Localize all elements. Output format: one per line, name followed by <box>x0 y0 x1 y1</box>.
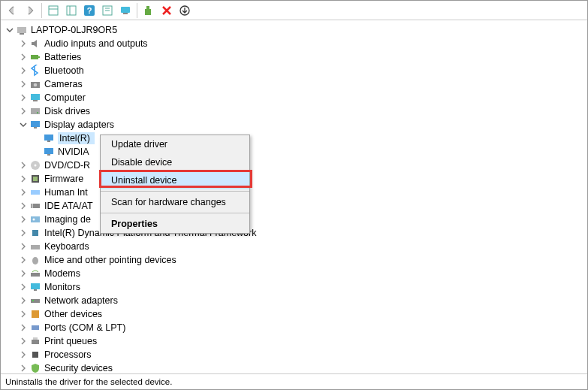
tree-category[interactable]: Monitors <box>1 280 587 294</box>
tree-category[interactable]: Other devices <box>1 307 587 321</box>
chevron-right-icon[interactable] <box>19 310 28 319</box>
svg-rect-29 <box>47 154 50 156</box>
view-button-1[interactable] <box>45 2 62 19</box>
chevron-right-icon[interactable] <box>19 228 28 237</box>
chevron-right-icon[interactable] <box>19 296 28 305</box>
chevron-right-icon[interactable] <box>19 66 28 75</box>
svg-rect-11 <box>145 9 151 15</box>
svg-point-23 <box>37 112 38 113</box>
menu-item[interactable]: Disable device <box>101 153 249 171</box>
tree-category[interactable]: Print queues <box>1 334 587 348</box>
chevron-right-icon[interactable] <box>19 93 28 102</box>
tree-category[interactable]: Imaging de <box>1 213 587 226</box>
dvd-icon <box>29 159 41 171</box>
chevron-right-icon[interactable] <box>19 53 28 62</box>
tree-category[interactable]: Human Int <box>1 186 587 199</box>
monitor-icon <box>29 281 41 293</box>
disk-icon <box>29 105 41 117</box>
chevron-down-icon[interactable] <box>19 120 28 129</box>
svg-rect-34 <box>31 190 40 195</box>
device-label: NVIDIA <box>58 147 89 157</box>
chevron-right-icon[interactable] <box>19 188 28 197</box>
svg-rect-21 <box>33 100 38 101</box>
category-label: Security devices <box>44 363 113 373</box>
category-label: Bluetooth <box>44 65 84 76</box>
tree-category[interactable]: Ports (COM & LPT) <box>1 321 587 334</box>
tree-category[interactable]: Security devices <box>1 361 587 374</box>
svg-rect-47 <box>32 310 39 318</box>
category-label: IDE ATA/AT <box>44 201 93 211</box>
tree-category[interactable]: Batteries <box>1 50 587 64</box>
tree-root[interactable]: LAPTOP-0LJR9OR5 <box>1 23 587 37</box>
tree-category[interactable]: DVD/CD-R <box>1 159 587 172</box>
forward-button[interactable] <box>22 2 38 19</box>
chevron-right-icon[interactable] <box>19 107 28 116</box>
tree-category[interactable]: IDE ATA/AT <box>1 199 587 213</box>
chevron-right-icon[interactable] <box>19 201 28 210</box>
help-icon[interactable]: ? <box>81 2 98 19</box>
tree-category[interactable]: Processors <box>1 348 587 361</box>
svg-rect-28 <box>44 148 53 154</box>
chevron-right-icon[interactable] <box>19 80 28 89</box>
chevron-right-icon[interactable] <box>19 323 28 332</box>
scan-icon[interactable] <box>99 2 116 19</box>
category-label: Audio inputs and outputs <box>44 38 148 49</box>
category-label: Print queues <box>44 336 97 346</box>
tree-device[interactable]: Intel(R) <box>1 132 587 145</box>
chevron-right-icon[interactable] <box>19 255 28 265</box>
svg-rect-24 <box>31 121 40 127</box>
chevron-right-icon[interactable] <box>19 364 28 373</box>
port-icon <box>29 322 41 334</box>
svg-rect-45 <box>31 299 40 303</box>
other-icon <box>29 308 41 320</box>
chevron-right-icon[interactable] <box>19 269 28 278</box>
security-icon <box>29 362 41 374</box>
tree-category[interactable]: Cameras <box>1 77 587 91</box>
imaging-icon <box>29 213 41 225</box>
remote-icon[interactable] <box>117 2 134 19</box>
tree-category[interactable]: Intel(R) Dynamic Platform and Thermal Fr… <box>1 226 587 240</box>
tree-category[interactable]: Display adapters <box>1 118 587 132</box>
chevron-right-icon[interactable] <box>19 242 28 251</box>
tree-category[interactable]: Modems <box>1 267 587 280</box>
svg-rect-51 <box>32 352 38 358</box>
tree-category[interactable]: Computer <box>1 91 587 104</box>
chevron-right-icon[interactable] <box>19 337 28 346</box>
category-label: Keyboards <box>44 241 89 252</box>
tree-category[interactable]: Disk drives <box>1 104 587 118</box>
svg-rect-37 <box>31 216 40 222</box>
chevron-right-icon[interactable] <box>19 174 28 183</box>
network-icon <box>29 295 41 307</box>
svg-rect-43 <box>31 283 40 289</box>
tree-device[interactable]: NVIDIA <box>1 145 587 159</box>
category-label: Human Int <box>44 187 88 198</box>
view-button-2[interactable] <box>63 2 80 19</box>
chevron-right-icon[interactable] <box>19 39 28 48</box>
chevron-down-icon[interactable] <box>5 26 14 35</box>
back-button[interactable] <box>4 2 20 19</box>
tree-category[interactable]: Network adapters <box>1 294 587 307</box>
menu-item[interactable]: Update driver <box>101 135 249 153</box>
svg-rect-50 <box>33 337 38 340</box>
add-hardware-icon[interactable] <box>140 2 157 19</box>
tree-category[interactable]: Audio inputs and outputs <box>1 37 587 50</box>
chevron-right-icon[interactable] <box>19 161 28 170</box>
svg-text:?: ? <box>87 6 92 15</box>
menu-item[interactable]: Scan for hardware changes <box>101 193 249 211</box>
device-tree[interactable]: LAPTOP-0LJR9OR5Audio inputs and outputsB… <box>1 20 587 374</box>
update-icon[interactable] <box>176 2 193 19</box>
tree-category[interactable]: Firmware <box>1 172 587 186</box>
context-menu: Update driverDisable deviceUninstall dev… <box>100 135 250 234</box>
tree-category[interactable]: Mice and other pointing devices <box>1 253 587 267</box>
uninstall-icon[interactable] <box>158 2 175 19</box>
chevron-right-icon[interactable] <box>19 350 28 359</box>
menu-item[interactable]: Uninstall device <box>101 171 249 189</box>
tree-category[interactable]: Bluetooth <box>1 64 587 77</box>
svg-rect-17 <box>38 56 40 58</box>
chevron-right-icon[interactable] <box>19 215 28 224</box>
category-label: Ports (COM & LPT) <box>44 322 125 333</box>
chevron-right-icon[interactable] <box>19 283 28 292</box>
tree-category[interactable]: Keyboards <box>1 240 587 253</box>
svg-point-19 <box>34 83 38 87</box>
menu-item[interactable]: Properties <box>101 215 249 233</box>
